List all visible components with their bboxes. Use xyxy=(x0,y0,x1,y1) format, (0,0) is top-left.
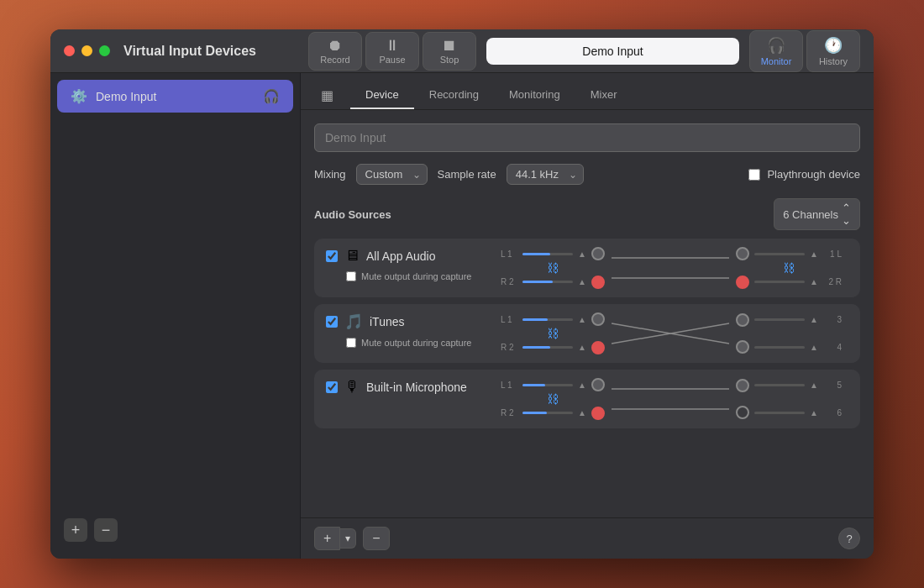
sidebar-title: Virtual Input Devices xyxy=(123,44,308,59)
source-card-itunes: 🎵 iTunes Mute output during capture L 1 xyxy=(314,304,860,363)
channel-r2-itunes: R 2 ▲ xyxy=(501,341,605,354)
channels-control[interactable]: 6 Channels ⌃⌄ xyxy=(774,198,860,230)
l1-tri-itunes: ▲ xyxy=(578,315,586,324)
mute-row-itunes: Mute output during capture xyxy=(326,338,494,348)
remove-source-button[interactable]: − xyxy=(363,527,389,550)
toolbar: ⏺ Record ⏸ Pause ⏹ Stop Demo Input 🎧 Mon… xyxy=(308,30,860,72)
r2-slider-mic[interactable] xyxy=(522,412,573,414)
add-source-dropdown-button[interactable]: ▾ xyxy=(340,528,356,549)
r2-tri-mic: ▲ xyxy=(578,408,586,417)
source-checkbox-itunes[interactable] xyxy=(326,316,338,328)
out2-triangle-icon: ▲ xyxy=(810,277,818,286)
stop-button[interactable]: ⏹ Stop xyxy=(423,32,476,71)
channel-l1-itunes: L 1 ▲ xyxy=(501,312,605,326)
traffic-lights xyxy=(64,45,110,56)
routing-lines-all-app-audio xyxy=(612,247,729,289)
output-knob-6[interactable] xyxy=(736,406,749,419)
sidebar-add-button[interactable]: + xyxy=(64,518,87,542)
output-knob-5[interactable] xyxy=(736,379,749,392)
add-source-button[interactable]: + xyxy=(314,527,340,550)
playthrough-label: Playthrough device xyxy=(767,168,860,181)
out5-tri: ▲ xyxy=(810,381,818,390)
tab-monitoring[interactable]: Monitoring xyxy=(494,81,575,109)
playthrough-checkbox[interactable] xyxy=(748,169,760,181)
tab-device[interactable]: Device xyxy=(350,81,414,109)
out6-tri: ▲ xyxy=(810,408,818,417)
mixing-label: Mixing xyxy=(314,168,346,181)
output-knob-2R[interactable] xyxy=(736,276,749,289)
l1-slider-mic[interactable] xyxy=(522,384,573,386)
output-slider-5[interactable] xyxy=(754,384,805,386)
output-slider-4[interactable] xyxy=(754,346,805,349)
l1-knob-itunes[interactable] xyxy=(591,312,605,326)
pause-label: Pause xyxy=(379,55,405,65)
output-slider-3[interactable] xyxy=(754,318,805,321)
help-button[interactable]: ? xyxy=(838,528,860,549)
headphone-icon: 🎧 xyxy=(263,88,280,104)
content-body: Mixing Custom Sample rate 44.1 kHz xyxy=(301,110,874,517)
output-slider-2R[interactable] xyxy=(754,281,805,283)
source-checkbox-all-app-audio[interactable] xyxy=(326,250,338,262)
l1-knob[interactable] xyxy=(591,247,605,260)
output-knob-1L[interactable] xyxy=(736,247,749,260)
content-area: ▦ Device Recording Monitoring Mixer Mixi… xyxy=(301,73,874,559)
l1-slider-track[interactable] xyxy=(522,253,573,255)
record-button[interactable]: ⏺ Record xyxy=(308,32,362,71)
record-icon: ⏺ xyxy=(328,38,343,53)
content-tabs: ▦ Device Recording Monitoring Mixer xyxy=(301,73,874,110)
sidebar-toggle-button[interactable]: ▦ xyxy=(314,84,340,107)
mute-checkbox-all-app-audio[interactable] xyxy=(346,271,356,281)
output-knob-4[interactable] xyxy=(736,340,749,354)
mute-label-all-app-audio: Mute output during capture xyxy=(361,271,471,281)
link-icon-itunes: ⛓ xyxy=(501,327,605,340)
r2-knob-itunes[interactable] xyxy=(591,341,605,354)
sidebar-item-demo-input[interactable]: ⚙️ Demo Input 🎧 xyxy=(57,80,293,113)
mixing-select[interactable]: Custom xyxy=(356,164,428,185)
close-button[interactable] xyxy=(64,45,75,56)
tab-recording[interactable]: Recording xyxy=(414,81,494,109)
playthrough-row: Playthrough device xyxy=(748,168,860,181)
tab-mixer[interactable]: Mixer xyxy=(575,81,633,109)
pause-button[interactable]: ⏸ Pause xyxy=(365,32,419,71)
history-button[interactable]: 🕐 History xyxy=(806,30,860,72)
monitor-button[interactable]: 🎧 Monitor xyxy=(749,30,803,72)
output-knob-3[interactable] xyxy=(736,313,749,327)
output-slider-6[interactable] xyxy=(754,412,805,414)
r2-slider-itunes[interactable] xyxy=(522,346,573,349)
r2-knob[interactable] xyxy=(591,276,605,289)
channels-arrow-icon: ⌃⌄ xyxy=(842,202,851,227)
audio-sources-title: Audio Sources xyxy=(314,208,391,221)
pause-icon: ⏸ xyxy=(385,38,400,53)
output-ch5-mic: ▲ 5 xyxy=(736,379,842,392)
source-card-all-app-audio: 🖥 All App Audio Mute output during captu… xyxy=(314,239,860,297)
r2-slider-track[interactable] xyxy=(522,281,573,283)
l1-slider-itunes[interactable] xyxy=(522,318,573,321)
channel-r2-mic: R 2 ▲ xyxy=(501,407,605,420)
source-checkbox-builtin-mic[interactable] xyxy=(326,381,338,393)
sidebar-item-label: Demo Input xyxy=(96,90,156,103)
l1-knob-mic[interactable] xyxy=(591,378,605,391)
routing-mic xyxy=(612,378,729,420)
output-slider-1L[interactable] xyxy=(754,253,805,255)
content-bottom-bar: + ▾ − ? xyxy=(301,517,874,559)
output-ch2-all-app-audio: ▲ 2 R xyxy=(736,276,842,289)
sidebar: ⚙️ Demo Input 🎧 + − xyxy=(50,73,301,559)
sample-rate-select[interactable]: 44.1 kHz xyxy=(507,164,584,185)
r2-triangle-icon: ▲ xyxy=(578,277,586,286)
out1-triangle-icon: ▲ xyxy=(810,249,818,259)
all-app-audio-icon: 🖥 xyxy=(344,247,360,265)
output-ch1-all-app-audio: ▲ 1 L xyxy=(736,247,842,260)
minimize-button[interactable] xyxy=(81,45,92,56)
monitor-icon: 🎧 xyxy=(767,36,785,55)
channels-label: 6 Channels xyxy=(783,208,838,221)
sidebar-remove-button[interactable]: − xyxy=(94,518,118,542)
link-icon-all-app-audio: ⛓ xyxy=(501,261,605,275)
maximize-button[interactable] xyxy=(99,45,110,56)
app-window: Virtual Input Devices ⏺ Record ⏸ Pause ⏹… xyxy=(50,29,874,559)
mute-checkbox-itunes[interactable] xyxy=(346,338,356,348)
device-name-input[interactable] xyxy=(314,123,860,152)
mute-label-itunes: Mute output during capture xyxy=(361,338,471,348)
help-icon: ? xyxy=(846,533,852,545)
r2-knob-mic[interactable] xyxy=(591,407,605,420)
channel-r2-all-app-audio: R 2 ▲ xyxy=(501,276,605,289)
